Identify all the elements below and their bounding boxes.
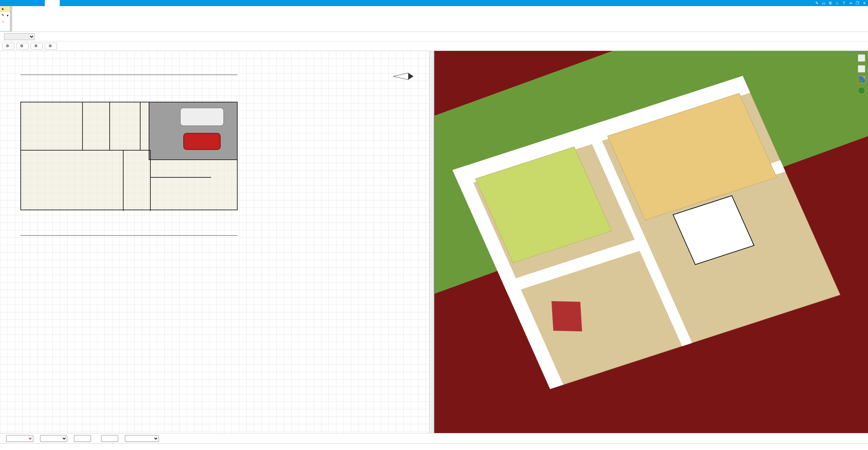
hoehe-button[interactable]: ⚙ (16, 43, 29, 50)
wall (21, 150, 150, 151)
menu-bar: ✎ ▭ ⚙ ⌂ ? ━ ❐ ✕ (0, 0, 868, 6)
help-icon[interactable]: ? (842, 1, 846, 5)
bottom-bar (0, 433, 868, 443)
dim-overall-bot (20, 235, 238, 236)
right-tool-strip (856, 54, 867, 94)
dim-overall-top (20, 75, 238, 75)
layer-select[interactable] (4, 33, 35, 40)
palette-icon[interactable] (858, 76, 865, 83)
chevron-down-icon: ▾ (7, 14, 8, 17)
scrollbar-vertical[interactable] (429, 51, 434, 433)
status-bar (0, 443, 868, 450)
mark-button[interactable]: ✎ ▾ (0, 12, 10, 18)
menu-bearbeiten[interactable] (90, 0, 105, 6)
wall (82, 102, 83, 150)
close-button[interactable]: ✕ (862, 1, 867, 5)
car-white (180, 107, 224, 126)
work-area (0, 51, 868, 433)
svg-marker-1 (408, 73, 413, 80)
dx-input[interactable] (74, 435, 91, 442)
screen-icon[interactable]: ▭ (821, 1, 826, 5)
ribbon: ➤ ✎ ▾ ＋ (0, 6, 868, 32)
svg-marker-0 (393, 73, 408, 80)
wall (140, 102, 141, 150)
dy-input[interactable] (101, 435, 118, 442)
restore-button[interactable]: ❐ (855, 1, 860, 5)
layer-dropdown[interactable] (6, 435, 33, 442)
ribbon-group-einstellungen (12, 6, 12, 32)
settings-icon[interactable]: ⚙ (828, 1, 833, 5)
titlebar-icons: ✎ ▭ ⚙ ⌂ ? ━ ❐ ✕ (814, 0, 868, 6)
layers-icon[interactable] (858, 54, 865, 62)
menu-gelaende[interactable] (60, 0, 75, 6)
wall (150, 177, 211, 178)
coord-mode-dropdown[interactable] (125, 435, 159, 442)
plus-icon: ＋ (1, 19, 5, 23)
wall (123, 150, 124, 211)
car-red (183, 133, 221, 150)
north-arrow-icon (393, 71, 413, 81)
gear-icon: ⚙ (34, 44, 38, 48)
chair-icon[interactable] (858, 65, 865, 73)
geschoss-dropdown[interactable] (40, 435, 67, 442)
minimize-button[interactable]: ━ (848, 1, 853, 5)
floor-plan[interactable] (20, 102, 238, 210)
house-3d (435, 51, 868, 428)
gear-icon: ⚙ (5, 44, 10, 48)
mode-toolbar (0, 32, 868, 41)
wall (109, 102, 110, 150)
home-icon[interactable]: ⌂ (835, 1, 839, 5)
cursor-icon: ➤ (1, 7, 5, 11)
optionen-button[interactable]: ＋ (0, 18, 10, 24)
2d-darstellung-button[interactable]: ⚙ (31, 43, 43, 50)
tool-icon[interactable]: ✎ (814, 1, 819, 5)
view-2d[interactable] (0, 51, 435, 433)
gelaende-button[interactable]: ⚙ (2, 43, 14, 50)
selekt-button[interactable]: ➤ (0, 6, 10, 12)
gear-icon: ⚙ (48, 44, 53, 48)
menu-konstruktion[interactable] (30, 0, 45, 6)
menu-datei[interactable] (0, 0, 15, 6)
menu-sichten[interactable] (75, 0, 90, 6)
ribbon-group-auswahl: ➤ ✎ ▾ ＋ (0, 6, 10, 32)
menu-projekt[interactable] (15, 0, 30, 6)
pencil-icon: ✎ (1, 13, 5, 17)
group-label-auswahl (0, 31, 10, 32)
gear-icon: ⚙ (19, 44, 24, 48)
menu-3d[interactable] (45, 0, 60, 6)
view-3d[interactable] (435, 51, 868, 433)
garage-area (149, 102, 237, 160)
view-toolbar: ⚙ ⚙ ⚙ ⚙ (0, 41, 868, 51)
oberflaeche-button[interactable]: ⚙ (45, 43, 57, 50)
chair (552, 301, 582, 331)
tree-icon[interactable] (858, 87, 865, 94)
wall (150, 150, 151, 211)
